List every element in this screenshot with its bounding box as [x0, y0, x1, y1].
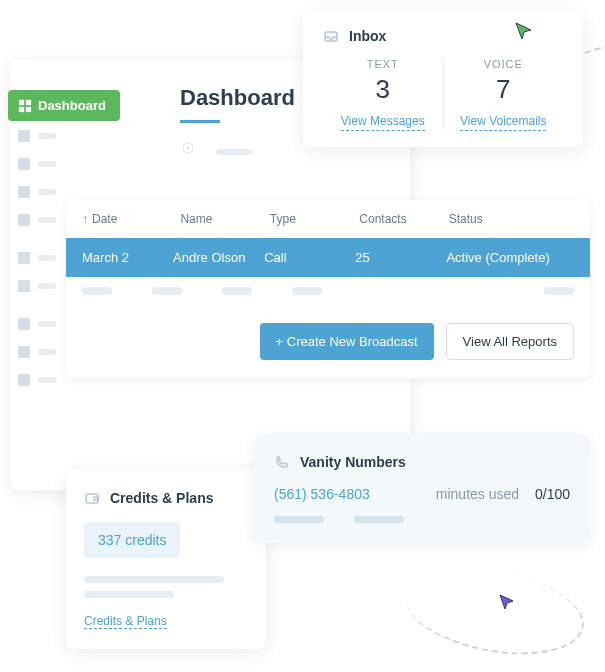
sidebar-item[interactable]: [18, 346, 56, 358]
wallet-icon: [84, 490, 100, 506]
inbox-icon: [323, 28, 339, 44]
sidebar-item[interactable]: [18, 280, 56, 292]
voice-count: 7: [444, 74, 564, 105]
title-underline: [180, 120, 220, 123]
svg-point-5: [186, 146, 190, 150]
decorative-curve: [399, 557, 590, 667]
cell-contacts: 25: [355, 250, 446, 265]
dashboard-nav-badge[interactable]: Dashboard: [8, 90, 120, 121]
text-label: TEXT: [323, 58, 443, 70]
ghost-content: [180, 140, 252, 160]
svg-rect-7: [86, 494, 98, 503]
page-title: Dashboard: [180, 85, 295, 111]
vanity-phone-number[interactable]: (561) 536-4803: [274, 486, 370, 502]
table-header: ↑Date Name Type Contacts Status: [66, 200, 590, 238]
svg-rect-0: [19, 99, 24, 104]
svg-rect-3: [26, 106, 31, 111]
credits-card: Credits & Plans 337 credits Credits & Pl…: [66, 470, 266, 649]
ghost-row: [66, 277, 590, 305]
view-all-reports-button[interactable]: View All Reports: [446, 323, 574, 360]
vanity-skeleton: [274, 516, 570, 523]
credits-skeleton: [84, 576, 248, 598]
sidebar-item[interactable]: [18, 158, 56, 170]
grid-icon: [18, 99, 32, 113]
vanity-title: Vanity Numbers: [300, 454, 406, 470]
col-date[interactable]: ↑Date: [82, 212, 180, 226]
sidebar-item[interactable]: [18, 318, 56, 330]
svg-rect-8: [94, 497, 98, 500]
cursor-purple-icon: [497, 592, 517, 612]
minutes-used-label: minutes used: [436, 486, 519, 502]
dashboard-badge-label: Dashboard: [38, 98, 106, 113]
sidebar-item[interactable]: [18, 214, 56, 226]
svg-rect-1: [26, 99, 31, 104]
credits-pill: 337 credits: [84, 522, 180, 558]
credits-plans-link[interactable]: Credits & Plans: [84, 614, 167, 629]
inbox-title: Inbox: [349, 28, 386, 44]
sidebar-nav: [18, 130, 56, 386]
cell-name: Andre Olson: [173, 250, 264, 265]
inbox-voice-col: VOICE 7 View Voicemails: [443, 58, 564, 131]
text-count: 3: [323, 74, 443, 105]
table-row[interactable]: March 2 Andre Olson Call 25 Active (Comp…: [66, 238, 590, 277]
sidebar-item[interactable]: [18, 252, 56, 264]
sidebar-item[interactable]: [18, 130, 56, 142]
cell-type: Call: [264, 250, 355, 265]
col-contacts[interactable]: Contacts: [359, 212, 448, 226]
svg-rect-2: [19, 106, 24, 111]
cell-status: Active (Complete): [446, 250, 574, 265]
sidebar-item[interactable]: [18, 374, 56, 386]
inbox-card: Inbox TEXT 3 View Messages VOICE 7 View …: [303, 10, 583, 147]
inbox-text-col: TEXT 3 View Messages: [323, 58, 443, 131]
vanity-card: Vanity Numbers (561) 536-4803 minutes us…: [254, 434, 590, 543]
sidebar-item[interactable]: [18, 186, 56, 198]
col-type[interactable]: Type: [270, 212, 359, 226]
phone-icon: [274, 454, 290, 470]
cell-date: March 2: [82, 250, 173, 265]
voice-label: VOICE: [444, 58, 564, 70]
credits-title: Credits & Plans: [110, 490, 213, 506]
broadcasts-table: ↑Date Name Type Contacts Status March 2 …: [66, 200, 590, 378]
col-name[interactable]: Name: [180, 212, 269, 226]
col-status[interactable]: Status: [449, 212, 574, 226]
cursor-green-icon: [513, 20, 535, 42]
view-voicemails-link[interactable]: View Voicemails: [460, 114, 546, 131]
create-broadcast-button[interactable]: + Create New Broadcast: [260, 323, 434, 360]
view-messages-link[interactable]: View Messages: [341, 114, 425, 131]
broadcast-icon: [180, 140, 196, 156]
minutes-used-value: 0/100: [535, 486, 570, 502]
